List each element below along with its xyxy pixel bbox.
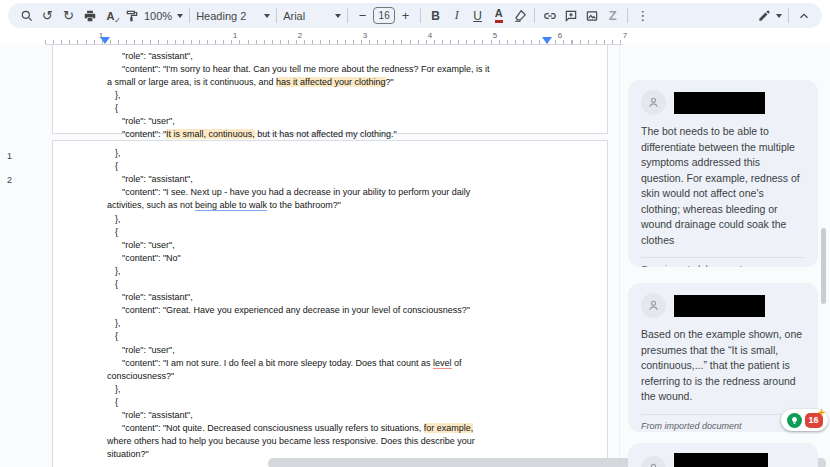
- highlight-color-icon[interactable]: [509, 6, 530, 26]
- suggestions-count-badge[interactable]: 16: [805, 413, 823, 428]
- highlighted-text: has it affected your clothing: [276, 77, 385, 87]
- vertical-scrollbar-thumb[interactable]: [821, 228, 826, 304]
- doc-line[interactable]: "role": "user",: [122, 115, 175, 128]
- doc-line[interactable]: where others had to help you because you…: [107, 435, 475, 448]
- doc-text: },: [115, 318, 121, 328]
- print-icon[interactable]: [79, 6, 100, 26]
- doc-line[interactable]: "content": "Not quite. Decreased conscio…: [122, 422, 473, 435]
- insert-image-icon[interactable]: [581, 6, 602, 26]
- ruler-number: 3: [363, 31, 367, 40]
- more-options-icon[interactable]: ⋮: [632, 6, 653, 26]
- doc-text: situation?": [107, 449, 149, 459]
- doc-text: "role": "user",: [122, 116, 175, 126]
- doc-line[interactable]: "content": "I'm sorry to hear that. Can …: [122, 63, 489, 76]
- ruler-number: 2: [298, 31, 302, 40]
- paragraph-style-select[interactable]: Heading 2: [194, 6, 272, 26]
- spellcheck-icon[interactable]: A ✓: [100, 6, 121, 26]
- zoom-value: 100%: [144, 10, 172, 22]
- toolbar-divider: [420, 8, 421, 23]
- zotero-extension-icon[interactable]: Z: [602, 6, 623, 26]
- insert-link-icon[interactable]: [539, 6, 560, 26]
- highlighted-text: It is small, continuous,: [166, 129, 255, 139]
- line-number: 2: [7, 175, 12, 185]
- indent-marker-icon[interactable]: [542, 37, 552, 44]
- doc-text: to the bathroom?": [267, 200, 341, 210]
- comment-card[interactable]: The bot needs to be able to differentiat…: [628, 80, 818, 267]
- underlined-text-pink: level: [433, 358, 452, 369]
- italic-button[interactable]: I: [446, 6, 467, 26]
- extension-badges: 16: [781, 409, 828, 431]
- doc-text: "role": "user",: [122, 345, 175, 355]
- line-number: 1: [7, 151, 12, 161]
- ruler-number: 1: [233, 31, 237, 40]
- doc-line[interactable]: "content": "It is small, continuous, but…: [122, 128, 397, 141]
- underline-button[interactable]: U: [467, 6, 488, 26]
- doc-line[interactable]: },: [115, 89, 121, 102]
- doc-text: "content": "I am not sure. I do feel a b…: [122, 358, 433, 368]
- search-icon[interactable]: [16, 6, 37, 26]
- doc-line[interactable]: },: [115, 265, 121, 278]
- undo-icon[interactable]: ↺: [37, 6, 58, 26]
- doc-text: },: [115, 266, 121, 276]
- doc-line[interactable]: situation?": [107, 448, 149, 461]
- doc-line[interactable]: "role": "assistant",: [122, 173, 193, 186]
- doc-text: a small or large area, is it continuous,…: [107, 77, 276, 87]
- paint-format-icon[interactable]: [121, 6, 142, 26]
- toolbar: ↺ ↻ A ✓ 100% Heading 2 Aria: [0, 0, 830, 30]
- font-family-value: Arial: [283, 10, 305, 22]
- doc-line[interactable]: "role": "assistant",: [122, 409, 193, 422]
- doc-line[interactable]: "role": "user",: [122, 239, 175, 252]
- lightbulb-extension-icon[interactable]: [787, 413, 802, 428]
- doc-text: "content": "Great. Have you experienced …: [122, 305, 470, 315]
- doc-text: activities, such as not: [107, 200, 195, 210]
- doc-text: but it has not affected my clothing.": [255, 129, 397, 139]
- doc-line[interactable]: a small or large area, is it continuous,…: [107, 76, 394, 89]
- ruler-number: 5: [493, 31, 497, 40]
- doc-text: where others had to help you because you…: [107, 436, 475, 446]
- doc-line[interactable]: },: [115, 317, 121, 330]
- doc-line[interactable]: {: [115, 396, 118, 409]
- doc-text: "role": "user",: [122, 240, 175, 250]
- doc-line[interactable]: },: [115, 147, 121, 160]
- font-size-input[interactable]: 16: [373, 7, 395, 24]
- avatar-icon: [641, 456, 666, 467]
- doc-line[interactable]: {: [115, 160, 118, 173]
- doc-line[interactable]: "content": "I see. Next up - have you ha…: [122, 186, 470, 199]
- doc-line[interactable]: "content": "I am not sure. I do feel a b…: [122, 357, 462, 370]
- doc-line[interactable]: {: [115, 330, 118, 343]
- doc-line[interactable]: },: [115, 213, 121, 226]
- doc-text: "content": "I'm sorry to hear that. Can …: [122, 64, 489, 74]
- doc-text: "role": "assistant",: [122, 410, 193, 420]
- comment-card[interactable]: [628, 443, 818, 467]
- decrease-font-size-button[interactable]: −: [352, 6, 373, 26]
- comment-rail-separator: [619, 45, 620, 467]
- doc-line[interactable]: "content": "Great. Have you experienced …: [122, 304, 470, 317]
- indent-marker-icon[interactable]: [100, 37, 110, 44]
- editing-mode-button[interactable]: [755, 6, 784, 26]
- bold-button[interactable]: B: [425, 6, 446, 26]
- google-docs-window: ↺ ↻ A ✓ 100% Heading 2 Aria: [0, 0, 830, 467]
- doc-text: },: [115, 90, 121, 100]
- zoom-select[interactable]: 100%: [142, 6, 185, 26]
- add-comment-icon[interactable]: [560, 6, 581, 26]
- doc-line[interactable]: "content": "No": [122, 252, 181, 265]
- text-color-button[interactable]: A: [488, 6, 509, 26]
- redacted-author-name: [674, 453, 768, 467]
- comment-text: The bot needs to be able to differentiat…: [641, 124, 805, 248]
- doc-line[interactable]: {: [115, 226, 118, 239]
- chevron-down-icon: [264, 14, 270, 18]
- font-family-select[interactable]: Arial: [281, 6, 343, 26]
- doc-line[interactable]: "role": "assistant",: [122, 291, 193, 304]
- doc-line[interactable]: },: [115, 383, 121, 396]
- doc-line[interactable]: {: [115, 278, 118, 291]
- ruler[interactable]: 11234567: [45, 31, 623, 45]
- hide-menus-button[interactable]: [793, 6, 814, 26]
- doc-line[interactable]: "role": "user",: [122, 344, 175, 357]
- redo-icon[interactable]: ↻: [58, 6, 79, 26]
- redacted-author-name: [674, 92, 765, 114]
- doc-line[interactable]: "role": "assistant",: [122, 50, 193, 63]
- doc-line[interactable]: {: [115, 102, 118, 115]
- doc-line[interactable]: consciousness?": [107, 370, 174, 383]
- doc-line[interactable]: activities, such as not being able to wa…: [107, 199, 341, 212]
- increase-font-size-button[interactable]: +: [395, 6, 416, 26]
